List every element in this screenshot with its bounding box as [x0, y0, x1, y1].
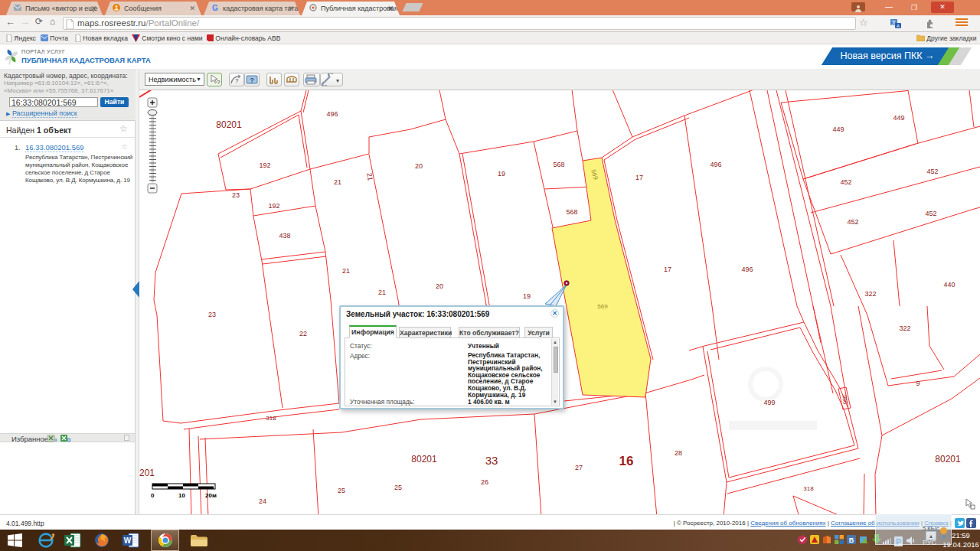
svg-text:16: 16	[619, 454, 634, 468]
svg-text:496: 496	[710, 161, 721, 168]
svg-text:568: 568	[566, 208, 577, 216]
svg-text:80201: 80201	[935, 454, 961, 465]
svg-text:?: ?	[250, 77, 254, 84]
svg-text:▾: ▾	[336, 77, 339, 84]
svg-text:499: 499	[763, 399, 775, 406]
svg-text:27: 27	[575, 464, 583, 471]
svg-text:23: 23	[208, 311, 216, 318]
svg-text:192: 192	[268, 202, 279, 210]
svg-text:B: B	[849, 536, 854, 544]
svg-text:496: 496	[326, 110, 338, 118]
svg-text:452: 452	[840, 178, 851, 186]
svg-text:9: 9	[916, 380, 920, 387]
svg-text:80201: 80201	[411, 454, 437, 465]
svg-text:452: 452	[926, 168, 938, 175]
svg-text:449: 449	[832, 126, 844, 133]
svg-text:17: 17	[664, 266, 671, 273]
svg-text:201: 201	[139, 468, 155, 478]
svg-text:20: 20	[436, 282, 443, 290]
svg-text:318: 318	[266, 415, 276, 422]
svg-text:?: ?	[235, 77, 239, 84]
svg-text:568: 568	[553, 161, 564, 168]
svg-text:20м: 20м	[205, 492, 217, 499]
svg-text:322: 322	[864, 290, 876, 298]
svg-text:A: A	[897, 24, 900, 28]
svg-text:449: 449	[893, 114, 904, 122]
svg-text:22: 22	[299, 330, 307, 337]
svg-text:496: 496	[741, 266, 753, 273]
svg-text:28: 28	[675, 449, 682, 457]
svg-text:980: 980	[842, 395, 848, 404]
svg-text:?: ?	[217, 79, 220, 86]
svg-text:25: 25	[338, 487, 345, 494]
svg-text:0: 0	[151, 492, 155, 499]
svg-text:19: 19	[498, 170, 505, 178]
svg-text:569: 569	[597, 303, 608, 310]
svg-text:24: 24	[259, 497, 266, 505]
svg-text:322: 322	[899, 324, 910, 332]
svg-text:10: 10	[178, 492, 185, 499]
svg-text:23: 23	[232, 191, 240, 199]
svg-text:17: 17	[635, 174, 643, 181]
svg-text:20: 20	[415, 162, 423, 170]
svg-text:452: 452	[847, 218, 858, 226]
svg-text:33: 33	[485, 454, 498, 467]
svg-text:438: 438	[279, 232, 290, 240]
svg-text:G: G	[212, 4, 218, 11]
svg-text:21: 21	[365, 172, 374, 181]
svg-text:21: 21	[378, 289, 386, 296]
svg-text:21: 21	[342, 267, 350, 275]
svg-text:25: 25	[394, 484, 402, 491]
svg-text:192: 192	[259, 161, 270, 169]
svg-text:318: 318	[803, 485, 814, 492]
svg-text:19: 19	[523, 292, 531, 300]
svg-text:440: 440	[943, 281, 955, 289]
svg-text:26: 26	[481, 478, 488, 486]
svg-text:80201: 80201	[216, 119, 242, 130]
svg-text:452: 452	[925, 210, 936, 217]
svg-text:21: 21	[334, 178, 341, 186]
svg-text:W: W	[124, 536, 132, 545]
